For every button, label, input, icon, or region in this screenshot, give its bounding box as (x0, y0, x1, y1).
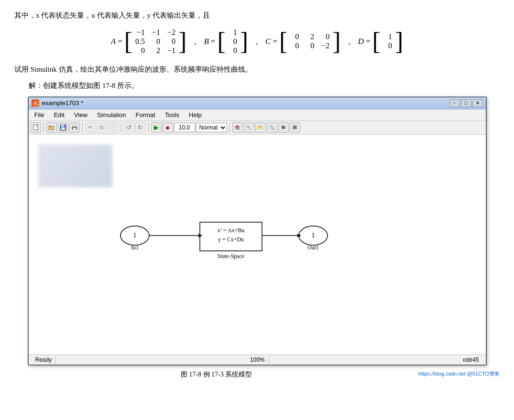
debug-button[interactable]: 🔧 (244, 122, 254, 133)
eq3: = (273, 37, 277, 46)
bracket-left-D: [ (372, 29, 381, 54)
title-buttons: − □ ✕ (449, 99, 483, 107)
matrix-D-expr: D = [ 1 0 ] (358, 29, 404, 54)
svg-text:y = Cx+Du: y = Cx+Du (218, 236, 243, 243)
library-button[interactable]: 📚 (232, 122, 243, 133)
bracket-right-D: ] (395, 29, 403, 54)
svg-rect-12 (200, 222, 262, 251)
matrix-A-content: −1 −1 −2 0.5 0 0 0 2 −1 (134, 27, 176, 56)
svg-rect-8 (73, 128, 76, 130)
toolbar: ✂ ⿻ 📋 ↺ ↻ ▶ ■ Normal 📚 🔧 📂 🔍 ⊗ ⊞ (29, 121, 486, 135)
line2-block: 试用 Simulink 仿真，绘出其单位冲激响应的波形、系统频率响应特性曲线。 (14, 63, 500, 76)
eq2: = (211, 37, 216, 46)
matrix-A-expr: A = [ −1 −1 −2 0.5 0 0 0 2 −1 ] (111, 27, 187, 56)
sep3 (121, 123, 121, 132)
D-label: D (358, 37, 364, 46)
maximize-button[interactable]: □ (461, 99, 471, 107)
A-label: A (111, 37, 116, 46)
svg-text:Out1: Out1 (307, 244, 319, 251)
svg-point-9 (120, 226, 149, 245)
redo-button[interactable]: ↻ (135, 122, 146, 133)
svg-text:1: 1 (311, 232, 315, 239)
zoom-out-button[interactable]: ⊗ (278, 122, 289, 133)
svg-text:x’ = Ax+Bu: x’ = Ax+Bu (217, 227, 244, 234)
print-button[interactable] (69, 122, 80, 133)
simulink-icon: S (32, 99, 39, 107)
eq1: = (118, 37, 122, 46)
intro-text: 其中，x 代表状态矢量，u 代表输入矢量，y 代表输出矢量，且 (14, 9, 500, 22)
menu-format[interactable]: Format (132, 110, 159, 119)
bracket-left-C: [ (279, 29, 287, 54)
line3-text: 解：创建系统模型如图 17-8 所示。 (29, 82, 139, 89)
simulink-logo-watermark (38, 144, 112, 187)
svg-point-16 (299, 226, 328, 245)
watermark-text: https://blog.csdn.net @51CTO博客 (418, 370, 500, 377)
eq4: = (366, 37, 371, 46)
figure-caption: 图 17-8 例 17-3 系统模型 https://blog.csdn.net… (14, 370, 500, 379)
status-bar: Ready 100% ode45 (29, 355, 486, 365)
simulink-window: S example1703 * − □ ✕ File Edit View Sim… (28, 97, 487, 366)
matrix-C-content: 0 2 0 0 0 −2 (289, 32, 330, 51)
svg-rect-7 (73, 125, 76, 127)
fit-button[interactable]: ⊞ (290, 122, 300, 133)
sep2 (82, 123, 83, 132)
menu-simulation[interactable]: Simulation (93, 110, 130, 119)
svg-rect-5 (61, 128, 65, 130)
line2-text: 试用 Simulink 仿真，绘出其单位冲激响应的波形、系统频率响应特性曲线。 (14, 65, 252, 73)
minimize-button[interactable]: − (449, 99, 460, 107)
title-bar: S example1703 * − □ ✕ (29, 97, 486, 109)
svg-marker-22 (297, 234, 301, 237)
menu-bar: File Edit View Simulation Format Tools H… (29, 109, 486, 121)
close-button[interactable]: ✕ (472, 99, 483, 107)
bracket-left-B: [ (217, 29, 225, 54)
status-ready: Ready (32, 356, 56, 364)
matrix-B-expr: B = [ 1 0 0 ] (204, 27, 248, 56)
matrix-D-content: 1 0 (383, 32, 393, 51)
menu-view[interactable]: View (70, 110, 91, 119)
zoom-in-button[interactable]: 🔍 (267, 122, 277, 133)
status-solver: ode45 (459, 356, 482, 364)
copy-button[interactable]: ⿻ (97, 122, 107, 133)
sim-time-input[interactable] (174, 123, 195, 132)
cut-button[interactable]: ✂ (85, 122, 96, 133)
matrix-C-expr: C = [ 0 2 0 0 0 −2 ] (265, 29, 341, 54)
bracket-right-A: ] (178, 29, 186, 54)
sep1 (44, 123, 44, 132)
menu-edit[interactable]: Edit (50, 110, 68, 119)
undo-button[interactable]: ↺ (124, 122, 134, 133)
sep5 (230, 123, 230, 132)
menu-file[interactable]: File (31, 110, 48, 119)
matrix-B-content: 1 0 0 (228, 27, 238, 56)
bracket-right-B: ] (240, 29, 248, 54)
bracket-right-C: ] (332, 29, 340, 54)
caption-text: 图 17-8 例 17-3 系统模型 (181, 371, 252, 378)
paste-button[interactable]: 📋 (108, 122, 119, 133)
stop-button[interactable]: ■ (163, 122, 173, 133)
status-zoom: 100% (246, 356, 269, 364)
svg-rect-2 (49, 126, 51, 127)
sep4 (148, 123, 149, 132)
menu-help[interactable]: Help (185, 110, 206, 119)
C-label: C (265, 37, 271, 46)
canvas-area[interactable]: 1 In1 x’ = Ax+Bu y = Cx+Du State-Space 1… (29, 135, 486, 355)
svg-text:In1: In1 (131, 244, 139, 251)
line3-block: 解：创建系统模型如图 17-8 所示。 (14, 79, 500, 93)
svg-text:1: 1 (133, 232, 136, 239)
model-browser-button[interactable]: 📂 (255, 122, 266, 133)
new-button[interactable] (31, 122, 41, 133)
math-equations: A = [ −1 −1 −2 0.5 0 0 0 2 −1 ] , B = [ … (14, 27, 500, 56)
save-button[interactable] (58, 122, 68, 133)
open-button[interactable] (46, 122, 57, 133)
svg-rect-4 (61, 125, 64, 127)
sim-mode-select[interactable]: Normal (196, 123, 227, 132)
B-label: B (204, 37, 208, 46)
window-title: example1703 * (42, 99, 84, 107)
play-button[interactable]: ▶ (151, 122, 162, 133)
bracket-left-A: [ (124, 29, 132, 54)
line1-text: 其中，x 代表状态矢量，u 代表输入矢量，y 代表输出矢量，且 (14, 11, 210, 19)
menu-tools[interactable]: Tools (161, 110, 183, 119)
title-bar-left: S example1703 * (32, 99, 84, 107)
svg-text:State-Space: State-Space (217, 253, 244, 259)
svg-marker-20 (198, 234, 202, 237)
